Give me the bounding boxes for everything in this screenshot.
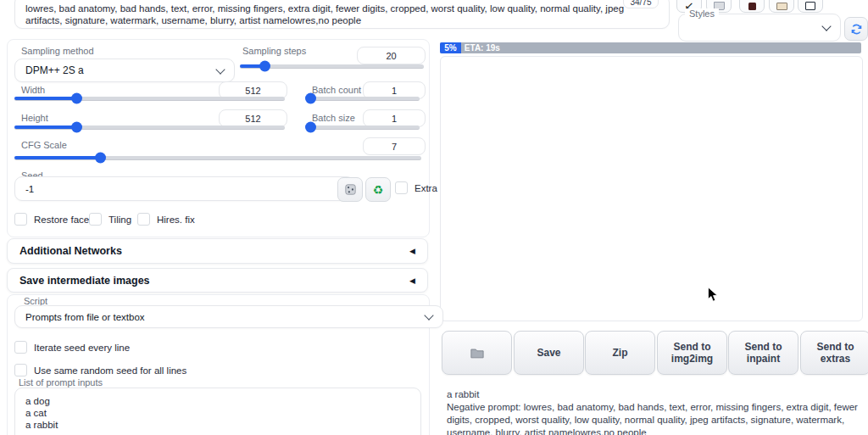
- save-style-button[interactable]: [798, 0, 823, 13]
- output-gallery[interactable]: [440, 56, 863, 321]
- styles-label: Styles: [685, 8, 719, 19]
- cfg-scale-slider[interactable]: [14, 153, 421, 164]
- apply-style-button[interactable]: [769, 0, 794, 13]
- progress-bar: 5% ETA: 19s: [440, 42, 861, 53]
- save-intermediate-accordion[interactable]: Save intermediate images ◀: [7, 268, 428, 293]
- hires-fix-label: Hires. fix: [157, 215, 195, 225]
- chevron-down-icon: [215, 64, 225, 74]
- save-intermediate-title: Save intermediate images: [19, 275, 150, 287]
- cfg-scale-label: CFG Scale: [21, 140, 67, 150]
- height-slider[interactable]: [14, 122, 285, 133]
- seed-input[interactable]: -1: [14, 176, 354, 201]
- extra-checkbox[interactable]: [395, 181, 408, 194]
- extra-networks-button[interactable]: [739, 0, 765, 13]
- recycle-icon: ♻: [373, 184, 384, 196]
- sampling-steps-slider[interactable]: [240, 61, 424, 72]
- progress-fill: 5%: [440, 42, 461, 53]
- progress-eta: ETA: 19s: [465, 43, 500, 53]
- prompt-list-input[interactable]: a dog a cat a rabbit: [14, 388, 421, 435]
- hires-fix-checkbox[interactable]: [137, 213, 150, 226]
- batch-size-slider[interactable]: [308, 122, 420, 133]
- generation-info: a rabbit Negative prompt: lowres, bad an…: [447, 388, 860, 435]
- extra-seed-option[interactable]: Extra: [395, 181, 437, 194]
- generation-info-negative: Negative prompt: lowres, bad anatomy, ba…: [447, 401, 860, 435]
- open-folder-button[interactable]: [442, 331, 512, 375]
- batch-count-slider[interactable]: [308, 93, 420, 104]
- iterate-seed-checkbox[interactable]: [14, 341, 27, 354]
- same-seed-option[interactable]: Use same random seed for all lines: [14, 364, 186, 376]
- send-to-img2img-button[interactable]: Send to img2img: [657, 331, 727, 375]
- save-button[interactable]: Save: [514, 331, 584, 375]
- hires-fix-option[interactable]: Hires. fix: [137, 213, 195, 226]
- folder-icon: [470, 348, 484, 359]
- send-to-extras-button[interactable]: Send to extras: [800, 331, 868, 375]
- sampling-method-select[interactable]: DPM++ 2S a: [14, 59, 235, 82]
- restore-faces-option[interactable]: Restore faces: [14, 213, 94, 226]
- collapse-arrow-icon: ◀: [409, 247, 415, 255]
- sampling-steps-label: Sampling steps: [242, 46, 306, 56]
- negative-prompt-input[interactable]: lowres, bad anatomy, bad hands, text, er…: [14, 0, 670, 29]
- same-seed-label: Use same random seed for all lines: [34, 365, 186, 376]
- refresh-icon: [850, 23, 863, 36]
- iterate-seed-option[interactable]: Iterate seed every line: [14, 341, 130, 354]
- width-slider[interactable]: [14, 93, 285, 104]
- tiling-label: Tiling: [108, 215, 131, 225]
- collapse-arrow-icon: ◀: [409, 276, 415, 285]
- script-select[interactable]: Prompts from file or textbox: [14, 305, 443, 328]
- zip-button[interactable]: Zip: [585, 331, 655, 375]
- seed-value: -1: [25, 184, 34, 194]
- tiling-option[interactable]: Tiling: [89, 213, 131, 226]
- save-icon: [805, 2, 815, 10]
- card-icon: [748, 3, 756, 10]
- restore-faces-label: Restore faces: [34, 215, 94, 225]
- chevron-down-icon: [424, 310, 433, 320]
- random-seed-button[interactable]: [337, 177, 363, 202]
- send-to-inpaint-button[interactable]: Send to inpaint: [728, 331, 798, 375]
- progress-percent: 5%: [444, 43, 456, 53]
- token-counter: 34/75: [623, 0, 659, 8]
- styles-refresh-button[interactable]: [844, 17, 868, 41]
- additional-networks-title: Additional Networks: [19, 245, 122, 257]
- reuse-seed-button[interactable]: ♻: [365, 177, 391, 202]
- prompt-list-label: List of prompt inputs: [19, 377, 103, 388]
- tiling-checkbox[interactable]: [89, 213, 102, 226]
- txt2img-page: lowres, bad anatomy, bad hands, text, er…: [0, 0, 868, 435]
- mouse-cursor: [707, 287, 719, 304]
- chevron-down-icon: [821, 21, 831, 31]
- dice-icon: [345, 184, 356, 195]
- extra-label: Extra: [415, 183, 437, 193]
- same-seed-checkbox[interactable]: [14, 364, 27, 376]
- script-value: Prompts from file or textbox: [25, 312, 145, 322]
- iterate-seed-label: Iterate seed every line: [34, 343, 130, 353]
- clipboard-icon: [776, 3, 787, 10]
- generation-info-prompt: a rabbit: [447, 388, 860, 401]
- restore-faces-checkbox[interactable]: [14, 213, 27, 226]
- sampling-method-value: DPM++ 2S a: [25, 64, 84, 76]
- additional-networks-accordion[interactable]: Additional Networks ◀: [7, 238, 428, 264]
- sampling-method-label: Sampling method: [21, 46, 94, 56]
